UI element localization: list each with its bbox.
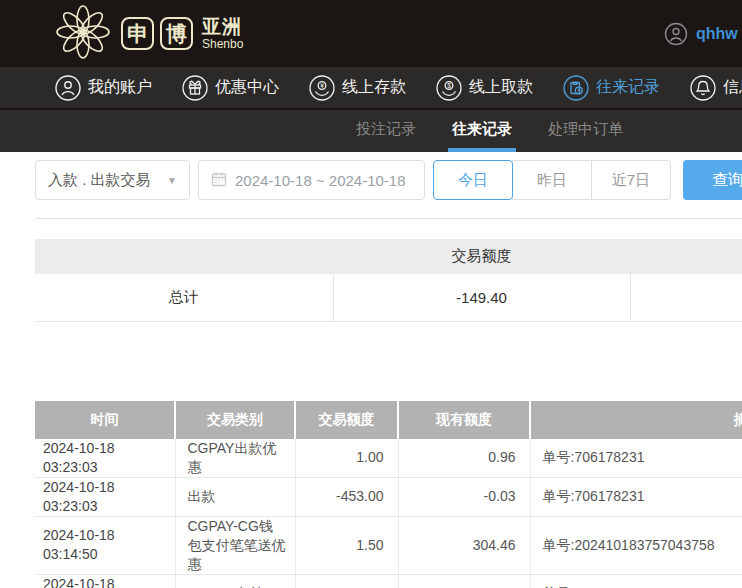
table-cell: 304.46	[398, 516, 530, 574]
logo-region-text: 亚洲	[202, 17, 243, 36]
tab-betting-records[interactable]: 投注记录	[352, 110, 420, 152]
nav-label: 信息	[723, 77, 742, 98]
quick-date-button-group: 今日 昨日 近7日	[433, 160, 671, 200]
logo-char-bo: 博	[160, 17, 193, 50]
nav-label: 我的账户	[88, 77, 152, 98]
table-cell: 300.00	[295, 574, 398, 588]
svg-text:¥: ¥	[320, 82, 324, 89]
column-header-balance: 现有额度	[398, 401, 530, 439]
table-cell: 单号:202410183757043758	[530, 574, 742, 588]
records-tab-bar: 投注记录 往来记录 处理中订单	[0, 108, 742, 152]
user-circle-icon	[55, 75, 81, 101]
svg-text:$: $	[447, 82, 451, 89]
summary-total-value: -149.40	[333, 274, 630, 321]
section-divider	[35, 218, 742, 219]
table-cell: 单号:202410183757043758	[530, 516, 742, 574]
table-row: 2024-10-18 03:14:50CGPAY-CG钱包支付笔笔送优惠1.50…	[35, 516, 742, 574]
lotus-flower-icon	[55, 4, 111, 64]
tab-transaction-records[interactable]: 往来记录	[448, 110, 516, 152]
user-account-area[interactable]: qhhw	[664, 0, 738, 67]
top-header: 申 博 亚洲 Shenbo qhhw	[0, 0, 742, 67]
nav-label: 线上取款	[469, 77, 533, 98]
table-cell: 1.00	[295, 439, 398, 478]
table-cell: 0.96	[398, 439, 530, 478]
column-header-summary: 摘要	[530, 401, 742, 439]
logo-wordmark: 亚洲 Shenbo	[202, 17, 243, 50]
calendar-icon	[211, 171, 227, 190]
transactions-table-body: 2024-10-18 03:23:03CGPAY出款优惠1.000.96单号:7…	[35, 439, 742, 588]
table-cell: 2024-10-18 03:14:50	[35, 574, 175, 588]
main-navigation: 我的账户 优惠中心 ¥ 线上存款 $ 线上取款	[0, 67, 742, 108]
nav-item-my-account[interactable]: 我的账户	[55, 75, 152, 101]
logo-subtitle-text: Shenbo	[202, 38, 243, 50]
content-area: 入款 . 出款交易 ▼ 2024-10-18 ~ 2024-10-18 今日 昨…	[0, 160, 742, 588]
summary-header-amount: 交易额度	[333, 239, 630, 274]
transaction-type-select[interactable]: 入款 . 出款交易 ▼	[35, 160, 190, 200]
brand-logo[interactable]: 申 博 亚洲 Shenbo	[55, 4, 243, 64]
summary-total-row: 总计 -149.40	[35, 274, 742, 321]
nav-label: 优惠中心	[215, 77, 279, 98]
table-cell: 单号:706178231	[530, 477, 742, 516]
search-button[interactable]: 查询	[683, 160, 742, 200]
records-icon	[563, 75, 589, 101]
table-cell: -453.00	[295, 477, 398, 516]
summary-table: 交易额度 总计 -149.40	[35, 239, 742, 322]
today-button[interactable]: 今日	[433, 160, 513, 200]
nav-item-messages[interactable]: 信息	[690, 75, 742, 101]
summary-header-empty	[35, 239, 333, 274]
transactions-header-row: 时间 交易类别 交易额度 现有额度 摘要	[35, 401, 742, 439]
table-row: 2024-10-18 03:14:50CGPAY支付300.00302.96单号…	[35, 574, 742, 588]
last-7-days-button[interactable]: 近7日	[591, 160, 671, 200]
table-cell: CGPAY-CG钱包支付笔笔送优惠	[175, 516, 295, 574]
date-range-value: 2024-10-18 ~ 2024-10-18	[235, 172, 406, 189]
nav-item-transaction-records[interactable]: 往来记录	[563, 75, 660, 101]
username-text[interactable]: qhhw	[696, 25, 738, 43]
filter-row: 入款 . 出款交易 ▼ 2024-10-18 ~ 2024-10-18 今日 昨…	[35, 160, 742, 200]
summary-header-empty	[630, 239, 742, 274]
chevron-down-icon: ▼	[167, 175, 177, 186]
table-cell: 302.96	[398, 574, 530, 588]
column-header-type: 交易类别	[175, 401, 295, 439]
logo-char-shen: 申	[121, 17, 154, 50]
nav-item-deposit[interactable]: ¥ 线上存款	[309, 75, 406, 101]
withdraw-icon: $	[436, 75, 462, 101]
date-range-input[interactable]: 2024-10-18 ~ 2024-10-18	[198, 160, 425, 200]
summary-empty-cell	[630, 274, 742, 321]
table-cell: 出款	[175, 477, 295, 516]
table-cell: 单号:706178231	[530, 439, 742, 478]
nav-item-withdraw[interactable]: $ 线上取款	[436, 75, 533, 101]
nav-label: 线上存款	[342, 77, 406, 98]
column-header-time: 时间	[35, 401, 175, 439]
table-cell: -0.03	[398, 477, 530, 516]
user-avatar-icon	[664, 22, 688, 46]
yesterday-button[interactable]: 昨日	[512, 160, 592, 200]
table-cell: 2024-10-18 03:23:03	[35, 439, 175, 478]
table-row: 2024-10-18 03:23:03出款-453.00-0.03单号:7061…	[35, 477, 742, 516]
nav-label: 往来记录	[596, 77, 660, 98]
table-cell: 2024-10-18 03:23:03	[35, 477, 175, 516]
transactions-table: 时间 交易类别 交易额度 现有额度 摘要 2024-10-18 03:23:03…	[35, 401, 742, 588]
tab-pending-orders[interactable]: 处理中订单	[544, 110, 627, 152]
summary-total-label: 总计	[35, 274, 333, 321]
bell-icon	[690, 75, 716, 101]
table-cell: 2024-10-18 03:14:50	[35, 516, 175, 574]
transaction-type-value: 入款 . 出款交易	[48, 171, 151, 190]
table-cell: 1.50	[295, 516, 398, 574]
deposit-icon: ¥	[309, 75, 335, 101]
nav-item-promotions[interactable]: 优惠中心	[182, 75, 279, 101]
table-row: 2024-10-18 03:23:03CGPAY出款优惠1.000.96单号:7…	[35, 439, 742, 478]
table-cell: CGPAY支付	[175, 574, 295, 588]
column-header-amount: 交易额度	[295, 401, 398, 439]
gift-icon	[182, 75, 208, 101]
summary-header-row: 交易额度	[35, 239, 742, 274]
table-cell: CGPAY出款优惠	[175, 439, 295, 478]
